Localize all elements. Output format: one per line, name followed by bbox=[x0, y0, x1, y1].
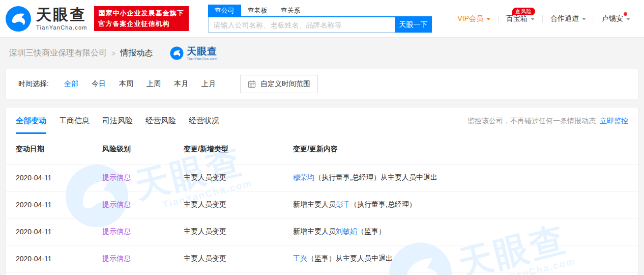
breadcrumb-company-link[interactable]: 深圳三快商业保理有限公司 bbox=[9, 48, 107, 59]
search-tab-relation[interactable]: 查关系 bbox=[274, 5, 307, 16]
risk-level-link[interactable]: 提示信息 bbox=[102, 227, 131, 235]
table-row: 2020-04-11 提示信息 主要人员变更 王兴（监事）从主要人员中退出 bbox=[6, 245, 638, 272]
cell-date: 2020-04-11 bbox=[16, 174, 102, 182]
monitor-now-link[interactable]: 立即监控 bbox=[600, 117, 628, 125]
search-tab-company[interactable]: 查公司 bbox=[208, 5, 241, 16]
breadcrumb: 深圳三快商业保理有限公司 > 情报动态 天眼查 TianYanCha.com bbox=[0, 38, 644, 69]
time-option-this-month[interactable]: 本月 bbox=[174, 79, 188, 89]
user-nav: VIP会员 查风险 百宝箱 合作通道 卢锡安 bbox=[450, 14, 644, 23]
time-filter-bar: 时间选择: 全部 今日 本周 上周 本月 上月 自定义时间范围 bbox=[5, 69, 639, 99]
cell-change-type: 主要人员变更 bbox=[184, 173, 293, 182]
time-option-this-week[interactable]: 本周 bbox=[119, 79, 133, 89]
cell-change-type: 主要人员变更 bbox=[184, 254, 293, 263]
tianyancha-logo-icon bbox=[5, 6, 32, 32]
tab-operation-risk[interactable]: 经营风险 bbox=[145, 107, 176, 134]
table-header-row: 变动日期 风险级别 变更/新增类型 变更/更新内容 bbox=[6, 134, 638, 164]
cell-date: 2020-04-11 bbox=[16, 255, 102, 263]
notification-dot bbox=[624, 12, 627, 16]
monitor-hint: 监控该公司，不再错过任何一条情报动态立即监控 bbox=[467, 107, 628, 134]
search-input[interactable] bbox=[208, 17, 395, 33]
chevron-down-icon bbox=[486, 18, 490, 20]
cell-change-content: 穆荣均（执行董事,总经理）从主要人员中退出 bbox=[293, 173, 628, 182]
cell-change-content: 王兴（监事）从主要人员中退出 bbox=[293, 254, 628, 263]
risk-level-link[interactable]: 提示信息 bbox=[102, 200, 131, 208]
vip-menu[interactable]: VIP会员 bbox=[450, 14, 498, 23]
breadcrumb-current-page: 情报动态 bbox=[120, 48, 153, 59]
toolbox-menu[interactable]: 查风险 百宝箱 bbox=[499, 14, 542, 23]
cell-change-type: 主要人员变更 bbox=[184, 200, 293, 209]
table-row: 2020-04-11 提示信息 主要人员变更 新增主要人员彭千（执行董事,总经理… bbox=[6, 191, 638, 218]
custom-date-range-label: 自定义时间范围 bbox=[260, 79, 310, 89]
vip-label: VIP会员 bbox=[457, 14, 483, 23]
tab-operation-status[interactable]: 经营状况 bbox=[189, 107, 219, 134]
gov-badge-line1: 国家中小企业发展基金旗下 bbox=[99, 8, 184, 19]
person-link[interactable]: 王兴 bbox=[293, 254, 307, 262]
calendar-icon bbox=[248, 80, 256, 88]
user-account-menu[interactable]: 卢锡安 bbox=[594, 14, 638, 23]
col-header-date: 变动日期 bbox=[16, 145, 102, 154]
intel-feed-card: 天眼查 TianYanCha.com 天眼查 TianYanCha.com 全部… bbox=[5, 107, 639, 275]
person-link[interactable]: 彭千 bbox=[336, 200, 350, 208]
tab-all-changes[interactable]: 全部变动 bbox=[16, 107, 46, 134]
cell-change-content: 新增主要人员刘敏娟（监事） bbox=[293, 227, 628, 236]
search-button[interactable]: 天眼一下 bbox=[395, 17, 432, 33]
time-filter-label: 时间选择: bbox=[18, 79, 49, 89]
col-header-risk-level: 风险级别 bbox=[102, 145, 184, 154]
person-link[interactable]: 刘敏娟 bbox=[336, 227, 357, 235]
partner-label: 合作通道 bbox=[550, 14, 579, 23]
monitor-hint-text: 监控该公司，不再错过任何一条情报动态 bbox=[467, 117, 596, 125]
risk-level-link[interactable]: 提示信息 bbox=[102, 254, 131, 262]
chevron-down-icon bbox=[582, 18, 586, 20]
mini-logo-name: 天眼查 bbox=[187, 46, 217, 56]
custom-date-range-button[interactable]: 自定义时间范围 bbox=[240, 75, 318, 93]
tianyancha-logo[interactable]: 天眼查 TianYanCha.com bbox=[5, 6, 87, 32]
table-row: 2020-04-11 提示信息 主要人员变更 穆荣均（执行董事,总经理）从主要人… bbox=[6, 164, 638, 191]
risk-check-badge: 查风险 bbox=[512, 8, 535, 15]
time-option-last-month[interactable]: 上月 bbox=[201, 79, 216, 89]
chevron-down-icon bbox=[531, 18, 535, 20]
cell-change-content: 新增主要人员彭千（执行董事,总经理） bbox=[293, 200, 628, 209]
gov-badge-line2: 官方备案企业征信机构 bbox=[99, 19, 184, 30]
tab-legal-risk[interactable]: 司法风险 bbox=[102, 107, 133, 134]
partner-menu[interactable]: 合作通道 bbox=[543, 14, 594, 23]
brand-name: 天眼查 bbox=[36, 7, 87, 22]
tianyancha-mini-logo-icon bbox=[170, 46, 184, 60]
cell-date: 2020-04-11 bbox=[16, 201, 102, 209]
risk-level-link[interactable]: 提示信息 bbox=[102, 173, 131, 181]
person-link[interactable]: 穆荣均 bbox=[293, 173, 314, 181]
brand-domain: TianYanCha.com bbox=[36, 24, 87, 31]
cell-change-type: 主要人员变更 bbox=[184, 227, 293, 236]
content-tabs: 全部变动 工商信息 司法风险 经营风险 经营状况 监控该公司，不再错过任何一条情… bbox=[6, 107, 638, 134]
breadcrumb-separator: > bbox=[111, 49, 115, 58]
toolbox-label: 百宝箱 bbox=[506, 14, 528, 23]
gov-certification-badge: 国家中小企业发展基金旗下 官方备案企业征信机构 bbox=[94, 6, 189, 32]
time-option-all[interactable]: 全部 bbox=[64, 79, 78, 89]
chevron-down-icon bbox=[626, 18, 630, 20]
col-header-change-type: 变更/新增类型 bbox=[184, 145, 293, 154]
time-option-today[interactable]: 今日 bbox=[92, 79, 106, 89]
tab-business-info[interactable]: 工商信息 bbox=[59, 107, 90, 134]
tianyancha-mini-logo: 天眼查 TianYanCha.com bbox=[170, 46, 217, 61]
username: 卢锡安 bbox=[602, 14, 623, 22]
mini-logo-domain: TianYanCha.com bbox=[187, 57, 217, 61]
cell-date: 2020-04-11 bbox=[16, 228, 102, 236]
search-block: 查公司 查老板 查关系 天眼一下 bbox=[208, 5, 432, 33]
time-option-last-week[interactable]: 上周 bbox=[147, 79, 161, 89]
table-row: 2020-04-11 提示信息 主要人员变更 新增主要人员刘敏娟（监事） bbox=[6, 218, 638, 245]
search-tab-boss[interactable]: 查老板 bbox=[241, 5, 274, 16]
top-header: 天眼查 TianYanCha.com 国家中小企业发展基金旗下 官方备案企业征信… bbox=[0, 0, 644, 38]
search-tabs: 查公司 查老板 查关系 bbox=[208, 5, 432, 17]
col-header-change-content: 变更/更新内容 bbox=[293, 145, 628, 154]
